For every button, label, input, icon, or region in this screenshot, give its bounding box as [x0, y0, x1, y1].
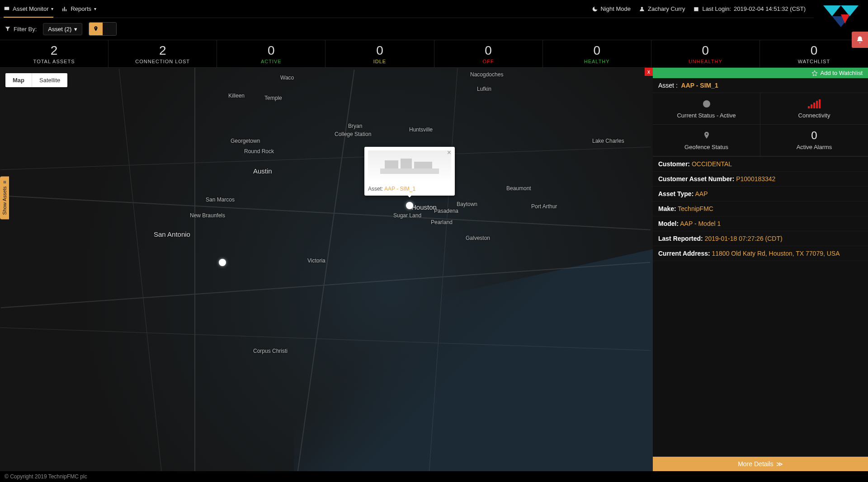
kv-value: AAP - Model 1 — [680, 220, 721, 227]
city-label: Lake Charles — [592, 138, 624, 144]
svg-rect-6 — [401, 159, 412, 168]
stat-label: ACTIVE — [261, 59, 282, 64]
stat-num: 0 — [268, 43, 275, 58]
city-label: New Braunfels — [190, 212, 225, 219]
main-area: Houston San Antonio Austin Waco College … — [0, 68, 868, 471]
kv-asset-type: Asset Type: AAP — [653, 187, 868, 201]
city-label: Houston — [411, 203, 437, 211]
user-menu[interactable]: Zachary Curry — [639, 5, 685, 12]
moon-icon — [592, 6, 598, 12]
stat-off[interactable]: 0 OFF — [434, 40, 543, 67]
city-label: San Antonio — [154, 230, 190, 238]
city-label: Victoria — [307, 257, 326, 264]
kv-value: 2019-01-18 07:27:26 (CDT) — [705, 235, 783, 242]
monitor-icon — [4, 6, 10, 12]
stat-label: TOTAL ASSETS — [33, 59, 75, 64]
panel-close-button[interactable]: x — [645, 68, 653, 76]
map-roads — [0, 68, 653, 471]
bell-icon — [856, 36, 864, 44]
asset-detail-panel: x Add to Watchlist Asset : AAP - SIM_1 C… — [653, 68, 868, 471]
asset-popup: × Asset: AAP - SIM_1 — [364, 147, 455, 196]
status-connectivity-label: Connectivity — [798, 112, 830, 119]
city-label: Galveston — [466, 235, 490, 241]
footer: © Copyright 2019 TechnipFMC plc — [0, 471, 868, 482]
view-toggle — [89, 22, 117, 36]
status-current: Current Status - Active — [653, 93, 760, 125]
stat-total-assets[interactable]: 2 TOTAL ASSETS — [0, 40, 108, 67]
stat-num: 2 — [51, 43, 58, 58]
svg-point-8 — [703, 100, 710, 108]
city-label: Round Rock — [244, 148, 274, 154]
notifications-button[interactable] — [852, 32, 868, 48]
kv-key: Customer: — [658, 160, 690, 168]
stat-num: 2 — [159, 43, 166, 58]
status-grid: Current Status - Active Connectivity Geo… — [653, 93, 868, 157]
filter-icon — [5, 26, 11, 32]
stat-num: 0 — [702, 43, 709, 58]
nav-reports[interactable]: Reports ▾ — [61, 5, 96, 12]
show-assets-tab[interactable]: Show Assets ≡ — [0, 176, 9, 219]
stat-unhealthy[interactable]: 0 UNHEALTHY — [651, 40, 760, 67]
city-label: San Marcos — [206, 197, 235, 203]
stat-label: WATCHLIST — [798, 59, 830, 64]
stat-healthy[interactable]: 0 HEALTHY — [543, 40, 651, 67]
stat-active[interactable]: 0 ACTIVE — [217, 40, 326, 67]
nav-reports-label: Reports — [71, 5, 91, 12]
user-name: Zachary Curry — [648, 5, 685, 12]
top-nav: Asset Monitor ▾ Reports ▾ Night Mode Zac… — [0, 0, 868, 18]
filter-bar: Filter By: Asset (2) ▾ — [0, 18, 868, 40]
svg-marker-0 — [823, 5, 841, 16]
status-current-label: Current Status - Active — [677, 112, 736, 119]
kv-customer-asset-number: Customer Asset Number: P1000183342 — [653, 172, 868, 187]
view-toggle-list[interactable] — [103, 23, 116, 35]
more-details-button[interactable]: More Details ≫ — [653, 457, 868, 471]
stat-idle[interactable]: 0 IDLE — [326, 40, 434, 67]
view-toggle-map[interactable] — [89, 23, 103, 35]
kv-customer: Customer: OCCIDENTAL — [653, 157, 868, 172]
stat-connection-lost[interactable]: 2 CONNECTION LOST — [108, 40, 217, 67]
kv-value: AAP — [695, 190, 708, 197]
night-mode-label: Night Mode — [601, 5, 631, 12]
kv-current-address: Current Address: 11800 Old Katy Rd, Hous… — [653, 246, 868, 261]
map-canvas[interactable]: Houston San Antonio Austin Waco College … — [0, 68, 653, 471]
stat-num: 0 — [593, 43, 600, 58]
filter-label: Filter By: — [5, 26, 37, 33]
nav-asset-monitor-label: Asset Monitor — [13, 5, 48, 12]
panel-asset-value: AAP - SIM_1 — [681, 82, 718, 89]
asset-filter-dropdown[interactable]: Asset (2) ▾ — [43, 23, 82, 35]
city-label: Pasadena — [434, 208, 458, 214]
asset-thumbnail — [368, 150, 451, 182]
kv-last-reported: Last Reported: 2019-01-18 07:27:26 (CDT) — [653, 231, 868, 246]
stat-label: HEALTHY — [584, 59, 610, 64]
map-type-toggle: Map Satellite — [5, 73, 67, 87]
kv-make: Make: TechnipFMC — [653, 201, 868, 216]
star-icon — [811, 70, 818, 76]
asset-marker[interactable] — [219, 259, 226, 266]
add-watchlist-button[interactable]: Add to Watchlist — [653, 68, 868, 78]
asset-marker[interactable] — [406, 202, 413, 209]
city-label: Pearland — [431, 219, 453, 225]
status-dot-icon — [702, 98, 711, 110]
last-login-value: 2019-02-04 14:51:32 (CST) — [734, 5, 806, 12]
status-geofence-label: Geofence Status — [684, 144, 728, 150]
stat-label: IDLE — [373, 59, 386, 64]
map-type-satellite[interactable]: Satellite — [32, 73, 67, 87]
status-geofence: Geofence Status — [653, 125, 760, 156]
city-label: College Station — [335, 131, 371, 137]
kv-key: Current Address: — [658, 250, 710, 257]
nav-asset-monitor[interactable]: Asset Monitor ▾ — [4, 5, 53, 18]
city-label: Sugar Land — [393, 212, 421, 219]
night-mode-toggle[interactable]: Night Mode — [592, 5, 631, 12]
map-type-map[interactable]: Map — [5, 73, 32, 87]
status-connectivity: Connectivity — [760, 93, 868, 125]
popup-close-button[interactable]: × — [447, 149, 451, 157]
city-label: Nacogdoches — [470, 71, 503, 78]
caret-down-icon: ▾ — [94, 6, 96, 11]
city-label: Temple — [264, 95, 282, 101]
svg-rect-7 — [414, 162, 432, 168]
city-label: Corpus Christi — [253, 348, 288, 354]
nav-left: Asset Monitor ▾ Reports ▾ — [4, 5, 96, 12]
stat-label: OFF — [483, 59, 494, 64]
city-label: Port Arthur — [531, 203, 557, 210]
kv-key: Last Reported: — [658, 235, 703, 242]
